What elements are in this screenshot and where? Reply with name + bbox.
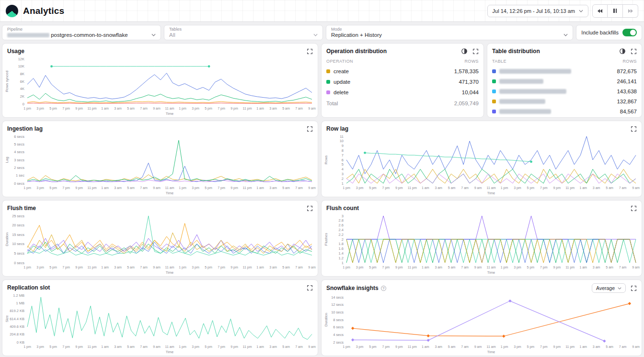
aggregation-select[interactable]: Average <box>592 283 626 293</box>
svg-text:1 am: 1 am <box>256 186 264 190</box>
svg-text:11 pm: 11 pm <box>243 107 252 111</box>
ingestion-lag-chart[interactable]: 0 secs1 sec2 secs3 secs4 secs5 secs6 sec… <box>3 133 317 196</box>
svg-text:7 am: 7 am <box>140 107 148 110</box>
svg-text:6 secs: 6 secs <box>14 134 24 139</box>
rewind-icon <box>597 9 603 13</box>
svg-text:3 pm: 3 pm <box>356 266 364 269</box>
snowflake-insights-title: Snowflake insights ? <box>326 285 386 291</box>
svg-text:5 am: 5 am <box>606 186 613 190</box>
svg-text:0: 0 <box>23 102 24 106</box>
svg-text:5 pm: 5 pm <box>527 186 535 190</box>
svg-text:9 pm: 9 pm <box>553 266 561 269</box>
svg-text:9 pm: 9 pm <box>75 266 83 269</box>
svg-text:9 am: 9 am <box>632 345 640 348</box>
tables-select[interactable]: Tables All <box>164 25 323 40</box>
svg-text:11 pm: 11 pm <box>88 186 97 190</box>
svg-text:1 am: 1 am <box>256 345 264 348</box>
svg-text:3 pm: 3 pm <box>36 107 44 111</box>
svg-text:3 pm: 3 pm <box>514 186 521 190</box>
total-value: 2,059,749 <box>454 100 479 106</box>
svg-text:204.8 KB: 204.8 KB <box>10 332 24 336</box>
expand-icon[interactable] <box>307 285 313 291</box>
pause-icon <box>613 9 615 13</box>
svg-text:7 pm: 7 pm <box>218 266 225 269</box>
pipeline-select[interactable]: Pipeline postgres-common-to-snowflake <box>2 25 161 40</box>
svg-text:1 am: 1 am <box>256 266 264 269</box>
mode-select[interactable]: Mode Replication + History <box>326 25 573 40</box>
svg-text:819.2 KB: 819.2 KB <box>10 309 24 313</box>
svg-text:11 pm: 11 pm <box>88 107 97 111</box>
snowflake-insights-chart[interactable]: 2 secs4 secs6 secs8 secs10 secs12 secs14… <box>322 293 641 355</box>
usage-chart[interactable]: 02K4K6K8K10K12KRows synced1 pm3 pm5 pm7 … <box>3 55 317 116</box>
flush-count-chart[interactable]: 11.21.41.61.822.22.42.62.83Flushes1 pm3 … <box>322 212 641 275</box>
svg-text:3 am: 3 am <box>435 266 442 269</box>
table-row: 872,675 <box>492 66 637 76</box>
fast-forward-button[interactable] <box>623 4 638 18</box>
svg-text:4 secs: 4 secs <box>14 150 24 154</box>
pause-button[interactable] <box>608 4 623 18</box>
table-row: update471,370 <box>326 77 479 87</box>
svg-text:Time: Time <box>166 191 173 195</box>
expand-icon[interactable] <box>307 126 313 132</box>
expand-icon[interactable] <box>631 126 637 132</box>
svg-text:3 am: 3 am <box>269 345 277 348</box>
svg-text:1: 1 <box>342 181 344 186</box>
rewind-button[interactable] <box>592 4 608 18</box>
svg-text:2 secs: 2 secs <box>333 340 344 345</box>
table-distribution-body: 872,675246,141143,638132,86784,56765,560… <box>492 66 637 118</box>
svg-text:7 am: 7 am <box>619 266 627 269</box>
flush-time-title: Flush time <box>7 205 36 212</box>
expand-icon[interactable] <box>631 285 637 291</box>
svg-text:Time: Time <box>487 270 495 275</box>
expand-icon[interactable] <box>631 205 637 212</box>
svg-text:9 pm: 9 pm <box>75 107 83 111</box>
expand-icon[interactable] <box>307 205 313 212</box>
svg-text:3 pm: 3 pm <box>192 266 199 269</box>
svg-text:5 am: 5 am <box>282 186 290 190</box>
svg-text:7 pm: 7 pm <box>218 107 225 111</box>
replication-slot-chart[interactable]: 0 KB204.8 KB409.6 KB614.4 KB819.2 KB1 MB… <box>3 291 317 355</box>
series-swatch <box>326 80 330 84</box>
svg-text:0 secs: 0 secs <box>14 181 24 186</box>
date-range-picker[interactable]: Jul 14, 12:26 pm - Jul 16, 10:13 am <box>487 5 588 17</box>
svg-text:9 pm: 9 pm <box>230 186 238 190</box>
svg-text:7 pm: 7 pm <box>62 186 70 190</box>
help-icon[interactable]: ? <box>381 286 386 291</box>
svg-text:10 secs: 10 secs <box>331 310 344 314</box>
svg-text:11 pm: 11 pm <box>565 186 575 190</box>
svg-text:Time: Time <box>166 112 173 116</box>
tables-label: Tables <box>169 27 318 32</box>
include-backfills-control: Include backfills <box>576 25 642 40</box>
svg-text:9 am: 9 am <box>308 266 316 269</box>
svg-text:5 pm: 5 pm <box>49 107 57 111</box>
ingestion-lag-title: Ingestion lag <box>7 125 43 132</box>
table-row: 132,867 <box>492 96 637 106</box>
svg-text:3 am: 3 am <box>269 186 277 190</box>
svg-text:1.2: 1.2 <box>339 256 344 260</box>
usage-card-title: Usage <box>7 48 24 55</box>
svg-text:1 am: 1 am <box>101 266 109 269</box>
svg-text:11 pm: 11 pm <box>408 186 417 190</box>
expand-icon[interactable] <box>472 48 479 55</box>
include-backfills-toggle[interactable] <box>622 29 637 36</box>
svg-text:6 secs: 6 secs <box>333 325 344 329</box>
svg-text:Duration: Duration <box>324 313 328 326</box>
flush-time-chart[interactable]: 0 secs5 secs10 secs15 secs20 secs25 secs… <box>3 212 317 275</box>
svg-text:7 am: 7 am <box>295 107 303 110</box>
mode-label: Mode <box>331 27 568 32</box>
expand-icon[interactable] <box>631 48 637 55</box>
expand-icon[interactable] <box>307 48 313 55</box>
pie-view-toggle-icon[interactable] <box>619 48 626 55</box>
page-title: Analytics <box>23 6 64 16</box>
svg-text:3 pm: 3 pm <box>36 186 44 190</box>
svg-text:5 pm: 5 pm <box>369 345 377 349</box>
chevron-down-icon <box>151 33 156 36</box>
pie-view-toggle-icon[interactable] <box>461 48 468 55</box>
column-header: TABLE <box>492 59 506 64</box>
svg-text:7 am: 7 am <box>140 186 148 190</box>
svg-text:3 secs: 3 secs <box>14 158 24 162</box>
row-lag-chart[interactable]: 1234567891011Rows1 pm3 pm5 pm7 pm9 pm11 … <box>322 133 641 196</box>
table-row: delete10,044 <box>326 87 479 98</box>
svg-text:7 am: 7 am <box>461 186 469 190</box>
svg-text:9 pm: 9 pm <box>553 345 561 349</box>
